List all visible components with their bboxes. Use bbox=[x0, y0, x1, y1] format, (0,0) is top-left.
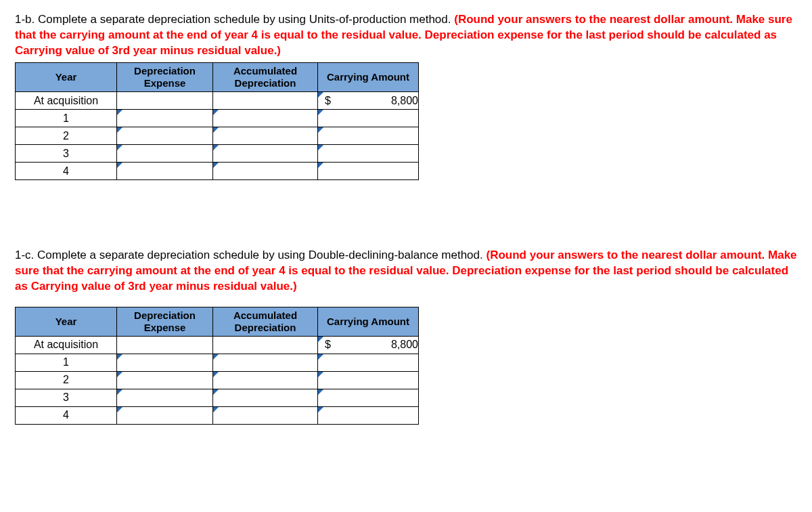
year-label-acquisition: At acquisition bbox=[16, 336, 117, 354]
carrying-value: 8,800 bbox=[391, 95, 418, 106]
table-row: 1 bbox=[16, 109, 419, 127]
question-1b-text: 1-b. Complete a separate depreciation sc… bbox=[15, 12, 800, 59]
table-row: 2 bbox=[16, 371, 419, 389]
header-carrying: Carrying Amount bbox=[318, 62, 419, 91]
year-label-2: 2 bbox=[16, 371, 117, 389]
year-label-1: 1 bbox=[16, 354, 117, 371]
header-carrying: Carrying Amount bbox=[318, 307, 419, 336]
cell-b-acq-carrying[interactable]: $ 8,800 bbox=[318, 91, 419, 109]
table-row: 4 bbox=[16, 162, 419, 179]
depreciation-table-1c: Year Depreciation Expense Accumulated De… bbox=[15, 307, 419, 425]
question-1b-stem: 1-b. Complete a separate depreciation sc… bbox=[15, 13, 454, 26]
cell-c-y2-accum[interactable] bbox=[213, 371, 318, 389]
cell-b-y1-accum[interactable] bbox=[213, 109, 318, 127]
table-row: 3 bbox=[16, 144, 419, 162]
currency-symbol: $ bbox=[325, 93, 331, 108]
cell-c-y1-expense[interactable] bbox=[117, 354, 213, 371]
header-accumulated: Accumulated Depreciation bbox=[213, 62, 318, 91]
question-1c-stem: 1-c. Complete a separate depreciation sc… bbox=[15, 249, 486, 261]
cell-c-y4-carrying[interactable] bbox=[318, 406, 419, 424]
cell-c-y1-accum[interactable] bbox=[213, 354, 318, 371]
cell-b-y2-expense[interactable] bbox=[117, 127, 213, 144]
cell-b-y4-accum[interactable] bbox=[213, 162, 318, 179]
cell-c-y1-carrying[interactable] bbox=[318, 354, 419, 371]
cell-b-y4-carrying[interactable] bbox=[318, 162, 419, 179]
cell-b-acq-accum bbox=[213, 91, 318, 109]
cell-c-acq-accum bbox=[213, 336, 318, 354]
table-row: At acquisition $ 8,800 bbox=[16, 91, 419, 109]
cell-c-y2-carrying[interactable] bbox=[318, 371, 419, 389]
cell-c-y3-accum[interactable] bbox=[213, 389, 318, 406]
year-label-1: 1 bbox=[16, 109, 117, 127]
carrying-value: 8,800 bbox=[391, 339, 418, 350]
cell-c-y3-carrying[interactable] bbox=[318, 389, 419, 406]
cell-b-y4-expense[interactable] bbox=[117, 162, 213, 179]
table-row: 3 bbox=[16, 389, 419, 406]
header-year: Year bbox=[16, 62, 117, 91]
cell-b-y1-carrying[interactable] bbox=[318, 109, 419, 127]
table-row: 2 bbox=[16, 127, 419, 144]
header-year: Year bbox=[16, 307, 117, 336]
cell-c-y2-expense[interactable] bbox=[117, 371, 213, 389]
cell-b-y2-carrying[interactable] bbox=[318, 127, 419, 144]
year-label-acquisition: At acquisition bbox=[16, 91, 117, 109]
cell-b-y3-carrying[interactable] bbox=[318, 144, 419, 162]
cell-c-y3-expense[interactable] bbox=[117, 389, 213, 406]
cell-b-y3-accum[interactable] bbox=[213, 144, 318, 162]
year-label-2: 2 bbox=[16, 127, 117, 144]
depreciation-table-1b: Year Depreciation Expense Accumulated De… bbox=[15, 62, 419, 180]
question-1c-text: 1-c. Complete a separate depreciation sc… bbox=[15, 248, 800, 295]
cell-c-acq-expense bbox=[117, 336, 213, 354]
year-label-4: 4 bbox=[16, 406, 117, 424]
header-accumulated: Accumulated Depreciation bbox=[213, 307, 318, 336]
cell-b-y1-expense[interactable] bbox=[117, 109, 213, 127]
cell-c-y4-expense[interactable] bbox=[117, 406, 213, 424]
table-row: 4 bbox=[16, 406, 419, 424]
year-label-4: 4 bbox=[16, 162, 117, 179]
year-label-3: 3 bbox=[16, 389, 117, 406]
currency-symbol: $ bbox=[325, 337, 331, 352]
table-row: At acquisition $ 8,800 bbox=[16, 336, 419, 354]
year-label-3: 3 bbox=[16, 144, 117, 162]
cell-c-acq-carrying[interactable]: $ 8,800 bbox=[318, 336, 419, 354]
header-expense: Depreciation Expense bbox=[117, 307, 213, 336]
cell-b-acq-expense bbox=[117, 91, 213, 109]
cell-b-y3-expense[interactable] bbox=[117, 144, 213, 162]
table-row: 1 bbox=[16, 354, 419, 371]
cell-c-y4-accum[interactable] bbox=[213, 406, 318, 424]
cell-b-y2-accum[interactable] bbox=[213, 127, 318, 144]
header-expense: Depreciation Expense bbox=[117, 62, 213, 91]
